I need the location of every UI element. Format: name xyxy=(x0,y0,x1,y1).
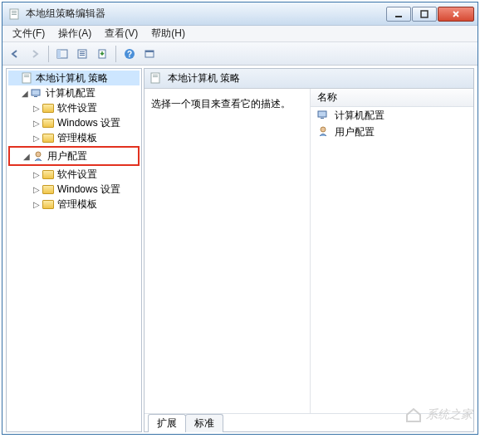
toolbar: ? xyxy=(2,42,478,66)
filter-button[interactable] xyxy=(140,45,159,63)
folder-icon xyxy=(42,116,55,129)
svg-rect-19 xyxy=(24,76,29,77)
tree-label: 本地计算机 策略 xyxy=(36,71,108,85)
svg-rect-23 xyxy=(151,73,159,83)
list-item-label: 用户配置 xyxy=(335,125,375,139)
collapse-icon[interactable]: ◢ xyxy=(20,89,30,98)
tree: 本地计算机 策略 ◢ 计算机配置 ▷软件设置 ▷Windows 设置 ▷管理模板… xyxy=(7,69,141,213)
expand-icon[interactable]: ▷ xyxy=(32,119,42,128)
description-prompt: 选择一个项目来查看它的描述。 xyxy=(151,98,291,110)
app-window: 本地组策略编辑器 文件(F) 操作(A) 查看(V) 帮助(H) ? xyxy=(2,2,478,435)
svg-rect-17 xyxy=(22,73,31,83)
back-button[interactable] xyxy=(6,45,24,63)
user-icon xyxy=(317,125,331,139)
svg-rect-25 xyxy=(153,76,158,77)
tree-computer-config[interactable]: ◢ 计算机配置 xyxy=(8,85,140,100)
collapse-icon[interactable]: ◢ xyxy=(22,152,32,161)
list-item[interactable]: 计算机配置 xyxy=(311,107,473,124)
folder-icon xyxy=(42,101,55,114)
expand-icon[interactable]: ▷ xyxy=(32,170,42,179)
tree-label: 软件设置 xyxy=(57,101,97,115)
show-hide-tree-button[interactable] xyxy=(53,45,71,63)
svg-rect-4 xyxy=(395,16,402,17)
tree-item[interactable]: ▷Windows 设置 xyxy=(8,115,140,130)
tree-label: 计算机配置 xyxy=(46,86,96,100)
menu-view[interactable]: 查看(V) xyxy=(98,25,144,42)
content-heading: 本地计算机 策略 xyxy=(168,71,240,85)
tree-label: 管理模板 xyxy=(57,197,97,212)
svg-rect-2 xyxy=(12,12,17,13)
app-icon xyxy=(7,7,21,21)
folder-icon xyxy=(42,131,55,144)
menu-action[interactable]: 操作(A) xyxy=(51,25,98,42)
menu-file[interactable]: 文件(F) xyxy=(6,25,51,42)
tree-item[interactable]: ▷管理模板 xyxy=(8,130,140,145)
expand-icon[interactable]: ▷ xyxy=(32,185,42,194)
menu-help[interactable]: 帮助(H) xyxy=(144,25,192,42)
svg-rect-3 xyxy=(12,14,17,15)
close-button[interactable] xyxy=(438,7,474,22)
export-button[interactable] xyxy=(93,45,111,63)
svg-rect-10 xyxy=(80,53,85,54)
svg-rect-24 xyxy=(153,75,158,75)
tree-item[interactable]: ▷Windows 设置 xyxy=(8,182,140,197)
list-item[interactable]: 用户配置 xyxy=(311,124,473,140)
svg-point-28 xyxy=(321,127,326,132)
tree-label: Windows 设置 xyxy=(57,183,120,197)
svg-rect-5 xyxy=(421,11,428,17)
svg-rect-27 xyxy=(321,118,324,119)
tree-item[interactable]: ▷管理模板 xyxy=(8,197,140,212)
expand-icon[interactable]: ▷ xyxy=(32,104,42,113)
forward-button[interactable] xyxy=(26,45,44,63)
titlebar: 本地组策略编辑器 xyxy=(2,2,478,26)
column-header-name[interactable]: 名称 xyxy=(311,89,473,107)
minimize-button[interactable] xyxy=(386,7,411,22)
svg-rect-26 xyxy=(318,111,326,117)
tree-label: Windows 设置 xyxy=(57,116,120,130)
tree-item[interactable]: ▷软件设置 xyxy=(8,100,140,115)
svg-rect-1 xyxy=(12,11,17,12)
svg-rect-18 xyxy=(24,75,29,75)
svg-rect-9 xyxy=(80,51,85,52)
tree-pane: 本地计算机 策略 ◢ 计算机配置 ▷软件设置 ▷Windows 设置 ▷管理模板… xyxy=(6,68,142,432)
tab-extended[interactable]: 扩展 xyxy=(148,414,186,432)
tree-label: 管理模板 xyxy=(57,131,97,145)
watermark: 系统之家 xyxy=(404,406,473,424)
window-title: 本地组策略编辑器 xyxy=(26,7,385,21)
folder-icon xyxy=(42,168,55,181)
tree-root[interactable]: 本地计算机 策略 xyxy=(8,71,140,85)
tree-user-config[interactable]: ◢ 用户配置 xyxy=(12,149,136,163)
svg-rect-16 xyxy=(145,51,154,52)
highlight-annotation: ◢ 用户配置 xyxy=(8,146,140,166)
computer-icon xyxy=(30,86,43,100)
svg-text:?: ? xyxy=(127,50,132,59)
svg-rect-7 xyxy=(57,50,61,58)
body: 本地计算机 策略 ◢ 计算机配置 ▷软件设置 ▷Windows 设置 ▷管理模板… xyxy=(2,66,478,434)
watermark-text: 系统之家 xyxy=(426,407,473,422)
user-icon xyxy=(32,149,45,163)
svg-rect-21 xyxy=(34,96,37,97)
list-item-label: 计算机配置 xyxy=(335,109,384,123)
tab-standard[interactable]: 标准 xyxy=(185,414,223,432)
properties-button[interactable] xyxy=(73,45,91,63)
tree-label: 软件设置 xyxy=(57,168,97,182)
content-pane: 本地计算机 策略 选择一个项目来查看它的描述。 名称 计算机配置 用户配置 xyxy=(144,68,474,432)
content-body: 选择一个项目来查看它的描述。 名称 计算机配置 用户配置 xyxy=(144,89,473,413)
expand-icon[interactable]: ▷ xyxy=(32,134,42,143)
svg-point-22 xyxy=(36,152,41,157)
toolbar-separator xyxy=(48,46,49,62)
computer-icon xyxy=(317,109,331,122)
maximize-button[interactable] xyxy=(412,7,437,22)
policy-icon xyxy=(20,71,33,85)
svg-rect-20 xyxy=(32,90,40,95)
content-header: 本地计算机 策略 xyxy=(144,69,473,89)
tree-item[interactable]: ▷软件设置 xyxy=(8,167,140,182)
window-controls xyxy=(385,7,474,22)
folder-icon xyxy=(42,183,55,196)
expand-icon[interactable]: ▷ xyxy=(32,200,42,209)
description-panel: 选择一个项目来查看它的描述。 xyxy=(144,89,311,413)
help-button[interactable]: ? xyxy=(120,45,139,63)
toolbar-separator xyxy=(115,46,116,62)
folder-icon xyxy=(42,197,55,211)
svg-rect-11 xyxy=(80,55,85,56)
